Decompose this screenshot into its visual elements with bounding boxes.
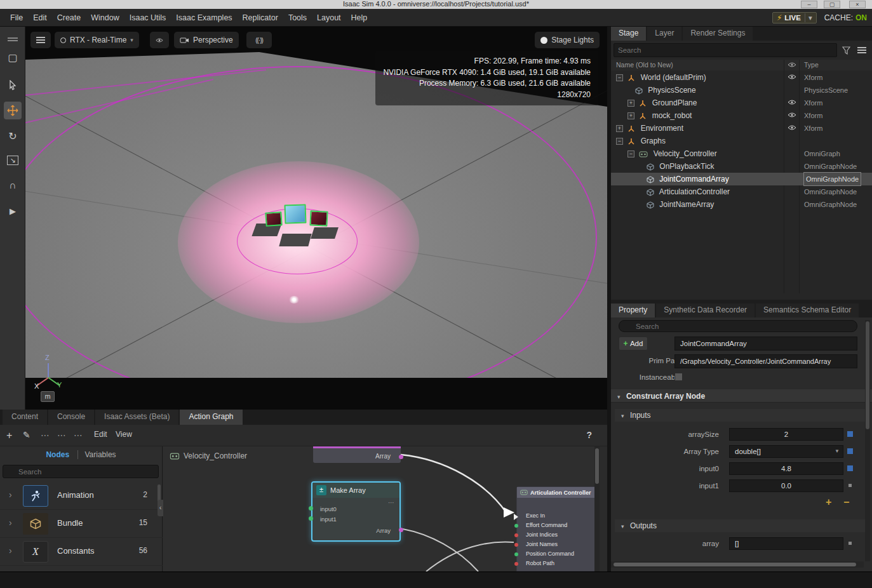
tab-variables[interactable]: Variables: [77, 450, 116, 459]
tab-isaac-assets[interactable]: Isaac Assets (Beta): [95, 410, 178, 425]
property-vscrollbar-track[interactable]: [865, 320, 870, 561]
table-row-jointcommandarray-selected[interactable]: JointCommandArray OmniGraphNode: [611, 173, 872, 185]
input-pin-icon[interactable]: [514, 533, 518, 537]
input-pin-icon[interactable]: [514, 552, 518, 556]
exec-pin-icon[interactable]: [514, 514, 518, 520]
table-row-velocity-controller[interactable]: − Velocity_Controller OmniGraph: [611, 147, 872, 160]
property-vscrollbar-thumb[interactable]: [866, 321, 869, 429]
table-row-world[interactable]: − World (defaultPrim) Xform: [611, 71, 872, 84]
toolbar-drag-handle[interactable]: [4, 29, 22, 47]
graph-view-menu[interactable]: View: [116, 430, 132, 439]
snap-tool-button[interactable]: ∩: [4, 177, 22, 194]
live-button[interactable]: ⚡ LIVE ▾: [772, 12, 817, 23]
maximize-button[interactable]: ▢: [824, 1, 840, 8]
live-caret-icon[interactable]: ▾: [805, 13, 812, 22]
menu-edit[interactable]: Edit: [28, 13, 52, 22]
input-pin-icon[interactable]: [514, 543, 518, 547]
input1-field[interactable]: 0.0: [729, 479, 843, 492]
add-property-button[interactable]: + Add: [619, 337, 648, 351]
graph-scrollbar-track[interactable]: [594, 446, 600, 571]
input1-channel-chip[interactable]: [849, 484, 852, 487]
filter-icon[interactable]: [842, 46, 850, 55]
overflow-menu-icon[interactable]: ⋯: [41, 430, 50, 440]
section-construct-array-node[interactable]: ▾ Construct Array Node: [611, 389, 872, 403]
select-tool-button[interactable]: ▢: [4, 48, 22, 66]
menu-replicator[interactable]: Replicator: [238, 13, 283, 22]
table-row-articulationcontroller[interactable]: ArticulationController OmniGraphNode: [611, 185, 872, 198]
close-button[interactable]: ×: [849, 1, 866, 8]
menu-isaac-utils[interactable]: Isaac Utils: [124, 13, 171, 22]
table-row-onplaybacktick[interactable]: OnPlaybackTick OmniGraphNode: [611, 160, 872, 173]
eye-icon[interactable]: [788, 74, 796, 79]
array-type-dropdown[interactable]: double[] ▼: [729, 445, 843, 458]
column-name[interactable]: Name (Old to New): [616, 60, 673, 70]
stage-column-header[interactable]: Name (Old to New) Type: [611, 60, 872, 70]
table-row-jointnamearray[interactable]: JointNameArray OmniGraphNode: [611, 198, 872, 211]
node-make-array[interactable]: ± Make Array ⋯ input0 input1 Array: [311, 481, 401, 542]
stage-options-icon[interactable]: [857, 50, 866, 51]
table-row-groundplane[interactable]: + GroundPlane Xform: [611, 97, 872, 109]
add-node-button[interactable]: +: [6, 430, 12, 441]
catalog-search-input[interactable]: [3, 465, 159, 478]
graph-edit-menu[interactable]: Edit: [94, 430, 107, 439]
menu-help[interactable]: Help: [346, 13, 373, 22]
input-pin-icon[interactable]: [514, 562, 518, 566]
property-hscrollbar-thumb[interactable]: [614, 563, 856, 566]
array-output-chip[interactable]: [849, 542, 852, 545]
edit-pencil-button[interactable]: ✎: [23, 430, 30, 440]
menu-file[interactable]: File: [5, 13, 28, 22]
stage-search-input[interactable]: [614, 43, 837, 57]
graph-scrollbar-thumb[interactable]: [595, 448, 599, 484]
property-hscrollbar-track[interactable]: [611, 561, 864, 568]
menu-layout[interactable]: Layout: [312, 13, 346, 22]
arraysize-channel-chip[interactable]: [847, 431, 853, 437]
chevron-right-icon[interactable]: ›: [9, 545, 12, 556]
expander-icon[interactable]: +: [616, 125, 623, 132]
stage-lights-button[interactable]: Stage Lights: [535, 32, 600, 48]
renderer-dropdown[interactable]: RTX - Real-Time ▾: [55, 32, 139, 48]
section-outputs[interactable]: ▾ Outputs: [615, 519, 868, 532]
dropdown-caret-icon[interactable]: ▼: [835, 446, 840, 457]
eye-icon[interactable]: [788, 125, 796, 130]
camera-dropdown[interactable]: Perspective: [174, 32, 239, 48]
list-item-animation[interactable]: › Animation 2: [0, 482, 163, 510]
add-array-item-button[interactable]: +: [826, 497, 831, 508]
collapse-panel-handle[interactable]: ‹: [158, 500, 163, 516]
table-row-mock-robot[interactable]: + mock_robot Xform: [611, 109, 872, 122]
minimize-button[interactable]: –: [801, 1, 817, 8]
tab-nodes[interactable]: Nodes: [46, 450, 69, 459]
tab-content[interactable]: Content: [3, 410, 47, 425]
table-row-graphs[interactable]: − Graphs: [611, 135, 872, 147]
input-pin-icon[interactable]: [309, 506, 313, 511]
eye-icon[interactable]: [788, 112, 796, 117]
node-header[interactable]: ± Make Array: [312, 483, 399, 498]
input-pin-icon[interactable]: [514, 524, 518, 528]
overflow-menu-icon[interactable]: ⋯: [57, 430, 66, 440]
menu-tools[interactable]: Tools: [283, 13, 312, 22]
chevron-right-icon[interactable]: ›: [9, 490, 12, 500]
arraysize-field[interactable]: 2: [729, 428, 843, 441]
array-output-field[interactable]: []: [729, 537, 843, 550]
tab-action-graph[interactable]: Action Graph: [180, 410, 242, 425]
property-search-input[interactable]: [619, 320, 857, 332]
eye-column-icon[interactable]: [788, 62, 796, 67]
output-pin-icon[interactable]: [399, 455, 403, 459]
prim-path-field[interactable]: /Graphs/Velocity_Controller/JointCommand…: [674, 354, 857, 368]
node-menu-icon[interactable]: ⋯: [388, 499, 394, 506]
cursor-tool-button[interactable]: [4, 76, 22, 94]
output-pin-icon[interactable]: [399, 528, 403, 532]
table-row-environment[interactable]: + Environment Xform: [611, 122, 872, 135]
help-button[interactable]: ?: [586, 430, 592, 440]
menu-isaac-examples[interactable]: Isaac Examples: [171, 13, 237, 22]
scale-tool-button[interactable]: ↘: [4, 151, 22, 169]
tab-semantics-schema-editor[interactable]: Semantics Schema Editor: [756, 304, 859, 317]
action-graph-canvas[interactable]: Velocity_Controller Array ± Make Array ⋯: [163, 446, 600, 571]
robot-part-cyan[interactable]: [284, 204, 306, 224]
overflow-menu-icon[interactable]: ⋯: [74, 430, 83, 440]
expander-icon[interactable]: +: [627, 100, 634, 107]
robot-part-red[interactable]: [265, 211, 282, 227]
input0-field[interactable]: 4.8: [729, 462, 843, 475]
node-articulation-controller[interactable]: Articulation Controller Exec In Effort C…: [516, 486, 600, 571]
remove-array-item-button[interactable]: −: [843, 497, 849, 508]
chevron-right-icon[interactable]: ›: [9, 518, 12, 528]
